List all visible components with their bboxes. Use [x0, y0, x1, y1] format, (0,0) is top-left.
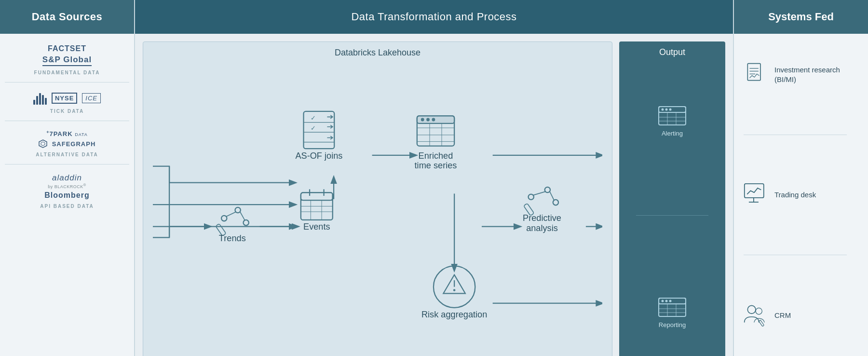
risk-node: Risk aggregation — [421, 266, 487, 319]
svg-point-88 — [756, 308, 762, 315]
alt-data-group: +7PARK DATA SAFEGRAPH ALTERNATIVE DATA — [5, 130, 129, 164]
fundamental-label: FUNDAMENTAL DATA — [34, 70, 100, 75]
aladdin-wrap: aladdin by BLACKROCK® — [48, 173, 86, 189]
svg-rect-89 — [759, 320, 764, 327]
right-panel: Systems Fed Investment research (BI/MI) — [733, 0, 868, 356]
factset-logo: FACTSET — [48, 44, 86, 53]
output-items: Alerting — [619, 61, 725, 356]
sp-global-logo: S&P Global — [42, 55, 92, 66]
trading-desk-item: Trading desk — [744, 183, 858, 207]
svg-point-79 — [669, 300, 672, 302]
api-label: API BASED DATA — [40, 204, 94, 209]
svg-marker-0 — [39, 140, 47, 148]
center-title: Data Transformation and Process — [351, 11, 516, 23]
predictive-node: Predictive analysis — [523, 187, 561, 233]
fundamental-logos: FACTSET — [48, 44, 86, 53]
svg-point-50 — [553, 200, 558, 205]
nyse-logo-wrap — [33, 91, 47, 105]
diagram-svg: Trends ✓ ✓ — [153, 67, 602, 356]
park-logo: +7PARK DATA — [46, 130, 88, 137]
asof-node: ✓ ✓ AS-OF joins — [295, 111, 342, 161]
svg-text:✓: ✓ — [311, 115, 316, 122]
svg-point-14 — [244, 220, 249, 225]
svg-text:Enriched: Enriched — [419, 151, 453, 161]
tick-logos: NYSE ICE — [33, 91, 101, 105]
right-panel-title: Systems Fed — [768, 11, 834, 23]
tick-bars-icon — [33, 91, 47, 105]
svg-text:Trends: Trends — [219, 233, 246, 243]
svg-text:AS-OF joins: AS-OF joins — [295, 151, 342, 161]
svg-point-78 — [665, 300, 668, 302]
center-header: Data Transformation and Process — [135, 0, 733, 34]
crm-label: CRM — [774, 311, 791, 320]
svg-point-45 — [432, 118, 435, 122]
investment-research-label: Investment research (BI/MI) — [774, 65, 858, 84]
svg-text:Risk aggregation: Risk aggregation — [421, 310, 487, 319]
output-section: Output — [619, 41, 725, 356]
svg-point-44 — [426, 118, 430, 122]
diagram-area: Trends ✓ ✓ — [143, 62, 612, 356]
svg-text:✓: ✓ — [311, 125, 316, 132]
reporting-icon — [658, 294, 687, 318]
alt-label: ALTERNATIVE DATA — [36, 152, 98, 157]
trends-node: Trends — [216, 207, 249, 243]
lakehouse-section: Databricks Lakehouse — [143, 41, 612, 356]
main-container: Data Sources FACTSET S&P Global FUNDAMEN… — [0, 0, 868, 356]
svg-point-69 — [669, 109, 672, 111]
svg-point-58 — [453, 289, 456, 291]
trading-desk-icon — [744, 183, 768, 207]
bloomberg-logo-row: Bloomberg — [44, 191, 89, 200]
alt-logos: +7PARK DATA — [46, 130, 88, 137]
tick-label: TICK DATA — [50, 109, 84, 114]
left-panel-content: FACTSET S&P Global FUNDAMENTAL DATA — [0, 34, 134, 220]
svg-line-16 — [240, 212, 245, 220]
svg-point-87 — [747, 306, 756, 314]
investment-research-item: Investment research (BI/MI) — [744, 63, 858, 87]
center-body: Databricks Lakehouse — [135, 34, 733, 356]
svg-line-51 — [533, 192, 546, 195]
reporting-label: Reporting — [659, 321, 686, 329]
svg-text:time series: time series — [415, 161, 457, 170]
svg-point-68 — [665, 109, 668, 111]
svg-point-67 — [662, 109, 664, 111]
crm-item: CRM — [744, 303, 858, 327]
svg-point-77 — [662, 300, 664, 302]
svg-text:Events: Events — [303, 222, 330, 232]
safegraph-logo: SAFEGRAPH — [52, 140, 96, 148]
svg-text:analysis: analysis — [526, 223, 558, 233]
investment-research-icon — [744, 63, 768, 87]
alerting-label: Alerting — [662, 130, 683, 137]
svg-line-15 — [226, 212, 236, 217]
center-panel: Data Transformation and Process Databric… — [135, 0, 733, 356]
left-panel-header: Data Sources — [0, 0, 134, 34]
sp-logo-row: S&P Global — [42, 55, 92, 66]
right-panel-content: Investment research (BI/MI) Trading desk — [734, 34, 868, 356]
crm-icon — [744, 303, 768, 327]
events-node: Events — [301, 189, 333, 232]
reporting-item: Reporting — [627, 294, 718, 329]
svg-rect-84 — [745, 184, 764, 198]
ice-logo: ICE — [82, 93, 101, 103]
right-panel-header: Systems Fed — [734, 0, 868, 34]
nyse-logo: NYSE — [52, 93, 77, 104]
left-panel: Data Sources FACTSET S&P Global FUNDAMEN… — [0, 0, 135, 356]
api-data-group: aladdin by BLACKROCK® Bloomberg API BASE… — [5, 173, 129, 216]
svg-rect-27 — [301, 192, 333, 200]
fundamental-data-group: FACTSET S&P Global FUNDAMENTAL DATA — [5, 44, 129, 82]
enriched-node: Enriched time series — [415, 116, 457, 170]
tick-data-group: NYSE ICE TICK DATA — [5, 91, 129, 121]
alerting-item: Alerting — [627, 103, 718, 137]
trading-desk-label: Trading desk — [774, 190, 816, 200]
aladdin-logo-row: aladdin by BLACKROCK® — [48, 173, 86, 189]
svg-point-43 — [421, 118, 424, 122]
alerting-icon — [658, 103, 687, 127]
lakehouse-title: Databricks Lakehouse — [143, 42, 612, 62]
svg-text:Predictive: Predictive — [523, 213, 561, 223]
left-panel-title: Data Sources — [32, 11, 103, 23]
svg-line-52 — [550, 192, 554, 200]
output-title: Output — [619, 41, 725, 61]
svg-marker-1 — [41, 142, 45, 146]
safegraph-icon — [39, 139, 47, 148]
aladdin-logo: aladdin — [52, 173, 82, 182]
bloomberg-logo: Bloomberg — [44, 191, 89, 200]
